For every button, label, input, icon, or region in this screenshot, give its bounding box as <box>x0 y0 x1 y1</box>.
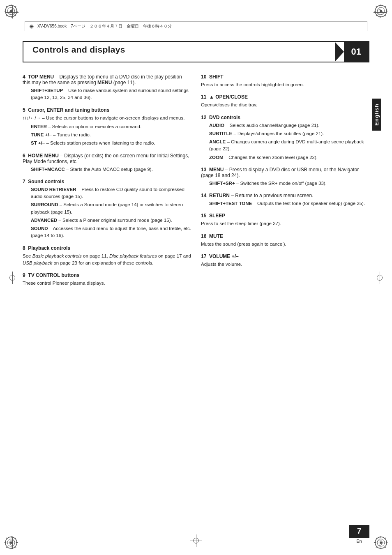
item-4-number: 4 <box>23 74 25 80</box>
item-7-subs: SOUND RETRIEVER – Press to restore CD qu… <box>31 186 191 240</box>
item-14-number: 14 <box>201 193 206 198</box>
item-11: 11 ▲ OPEN/CLOSE Opens/closes the disc tr… <box>201 94 369 108</box>
item-10-number: 10 <box>201 74 206 80</box>
svg-line-18 <box>376 6 377 7</box>
item-7: 7 Sound controls SOUND RETRIEVER – Press… <box>23 179 191 240</box>
item-9-title: TV CONTROL buttons <box>28 272 79 278</box>
item-14: 14 RETURN – Returns to a previous menu s… <box>201 193 369 207</box>
item-7-number: 7 <box>23 179 25 184</box>
item-10-body: Press to access the controls highlighted… <box>201 81 369 88</box>
item-5-title: Cursor, ENTER and tuning buttons <box>28 107 109 113</box>
item-13-subs: SHIFT+SR+ – Switches the SR+ mode on/off… <box>209 180 369 187</box>
left-column: 4 TOP MENU – Displays the top menu of a … <box>23 74 191 292</box>
item-10-title: SHIFT <box>209 74 224 80</box>
item-5: 5 Cursor, ENTER and tuning buttons ↑/↓/←… <box>23 107 191 147</box>
item-11-title: ▲ OPEN/CLOSE <box>209 94 248 100</box>
item-16-title: MUTE <box>209 233 223 239</box>
page-number-box: 7 <box>349 525 369 538</box>
bottom-center-reg <box>190 534 202 547</box>
item-7-header: 7 Sound controls <box>23 179 191 184</box>
right-column: 10 SHIFT Press to access the controls hi… <box>201 74 369 292</box>
item-16-header: 16 MUTE <box>201 233 369 239</box>
svg-line-30 <box>15 546 16 548</box>
item-7-sub-advanced: ADVANCED – Selects a Pioneer original su… <box>31 217 191 224</box>
svg-line-19 <box>385 15 386 16</box>
reg-mark-mid-left <box>6 272 18 284</box>
item-12-header: 12 DVD controls <box>201 115 369 120</box>
item-17: 17 VOLUME +/– Adjusts the volume. <box>201 253 369 268</box>
item-16: 16 MUTE Mutes the sound (press again to … <box>201 233 369 248</box>
chapter-number: 01 <box>344 42 369 62</box>
reg-mark-mid-right <box>374 272 386 284</box>
item-13-body: – Press to display a DVD disc or USB men… <box>201 167 359 178</box>
item-12-sub-angle: ANGLE – Changes camera angle during DVD … <box>209 138 369 153</box>
item-13-title: MENU <box>209 167 224 173</box>
item-5-body: ↑/↓/←/→ – Use the cursor buttons to navi… <box>23 115 191 122</box>
item-12-title: DVD controls <box>209 115 240 120</box>
item-14-title: RETURN <box>209 193 230 198</box>
item-15-title: SLEEP <box>209 213 225 219</box>
title-bar: Controls and displays 01 <box>23 41 369 62</box>
item-4-sub-shiftsetup: SHIFT+SETUP – Use to make various system… <box>31 87 191 101</box>
svg-point-2 <box>10 10 12 12</box>
item-8-title: Playback controls <box>28 245 70 251</box>
svg-point-35 <box>380 541 382 544</box>
item-16-body: Mutes the sound (press again to cancel). <box>201 241 369 248</box>
page-number-area: 7 En <box>349 525 369 543</box>
item-8-body: See Basic playback controls on page 11, … <box>23 253 191 267</box>
item-17-header: 17 VOLUME +/– <box>201 253 369 259</box>
svg-line-9 <box>15 6 16 7</box>
corner-ornament-tl <box>3 3 19 20</box>
item-14-body: – Returns to a previous menu screen. <box>230 193 313 198</box>
svg-line-29 <box>6 538 7 539</box>
item-17-body: Adjusts the volume. <box>201 261 369 268</box>
svg-line-43 <box>376 546 377 548</box>
item-12-sub-zoom: ZOOM – Changes the screen zoom level (pa… <box>209 154 369 161</box>
corner-ornament-tr <box>373 3 389 20</box>
item-9-body: These control Pioneer plasma displays. <box>23 280 191 287</box>
item-14-sub-testtone: SHIFT+TEST TONE – Outputs the test tone … <box>209 200 369 207</box>
svg-point-13 <box>380 10 382 12</box>
svg-line-32 <box>6 546 7 548</box>
item-4-sub: SHIFT+SETUP – Use to make various system… <box>31 87 191 101</box>
item-4-header: 4 TOP MENU – Displays the top menu of a … <box>23 74 191 85</box>
svg-line-31 <box>15 538 16 539</box>
svg-line-7 <box>6 6 7 7</box>
item-5-sub-enter: ENTER – Selects an option or executes a … <box>31 123 191 130</box>
item-9-number: 9 <box>23 272 25 278</box>
item-9: 9 TV CONTROL buttons These control Pione… <box>23 272 191 287</box>
file-info-text: XV-DV656.book 7ページ ２０６年４月７日 金曜日 午後６時４０分 <box>37 23 172 29</box>
item-10-header: 10 SHIFT <box>201 74 369 80</box>
item-13-header: 13 MENU – Press to display a DVD disc or… <box>201 167 369 178</box>
item-12-sub-subtitle: SUBTITLE – Displays/changes the subtitle… <box>209 130 369 137</box>
svg-line-21 <box>376 15 377 16</box>
item-6-number: 6 <box>23 153 25 159</box>
page-title: Controls and displays <box>23 42 335 62</box>
corner-ornament-br <box>373 535 389 552</box>
item-7-sub-retriever: SOUND RETRIEVER – Press to restore CD qu… <box>31 186 191 200</box>
corner-ornament-bl <box>3 535 19 552</box>
item-17-title: VOLUME +/– <box>209 253 239 259</box>
item-9-header: 9 TV CONTROL buttons <box>23 272 191 278</box>
svg-point-24 <box>10 541 12 544</box>
svg-line-20 <box>385 6 386 7</box>
item-15: 15 SLEEP Press to set the sleep timer (p… <box>201 213 369 227</box>
file-info-bar: ⊕ XV-DV656.book 7ページ ２０６年４月７日 金曜日 午後６時４０… <box>25 21 367 31</box>
item-8-number: 8 <box>23 245 25 251</box>
title-arrow <box>335 42 344 62</box>
item-7-sub-surround: SURROUND – Selects a Surround mode (page… <box>31 201 191 216</box>
item-15-body: Press to set the sleep timer (page 37). <box>201 220 369 227</box>
item-16-number: 16 <box>201 233 206 239</box>
item-7-sub-sound: SOUND – Accesses the sound menu to adjus… <box>31 225 191 240</box>
item-12: 12 DVD controls AUDIO – Selects audio ch… <box>201 115 369 161</box>
page-en-label: En <box>356 539 362 543</box>
item-14-header: 14 RETURN – Returns to a previous menu s… <box>201 193 369 198</box>
item-12-number: 12 <box>201 115 206 120</box>
item-17-number: 17 <box>201 253 206 259</box>
item-11-header: 11 ▲ OPEN/CLOSE <box>201 94 369 100</box>
item-6-sub-mcacc: SHIFT+MCACC – Starts the Auto MCACC setu… <box>31 166 191 173</box>
item-12-subs: AUDIO – Selects audio channel/language (… <box>209 122 369 161</box>
item-10: 10 SHIFT Press to access the controls hi… <box>201 74 369 88</box>
item-13-number: 13 <box>201 167 206 173</box>
item-5-sub-st: ST +/– – Selects station presets when li… <box>31 140 191 147</box>
